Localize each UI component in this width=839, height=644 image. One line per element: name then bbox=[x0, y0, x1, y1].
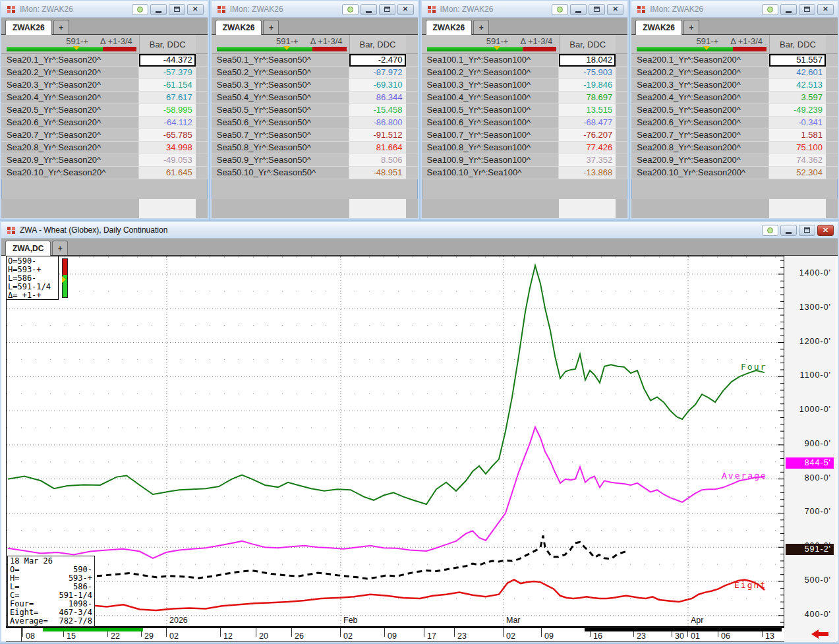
column-header-bar-ddc[interactable]: Bar, DDC bbox=[349, 35, 406, 53]
tab-zwa-dc[interactable]: ZWA,DC bbox=[5, 241, 51, 256]
row-label[interactable]: Sea20.4_Yr^:Season20^ bbox=[1, 92, 139, 104]
row-label[interactable]: Sea50.7_Yr^:Season50^ bbox=[212, 129, 349, 142]
date-axis[interactable]: 0815222902122026020917230209162330010613 bbox=[6, 627, 784, 642]
row-value[interactable]: -13.868 bbox=[559, 167, 616, 179]
row-value[interactable]: -91.512 bbox=[349, 129, 406, 142]
close-button[interactable]: ✕ bbox=[187, 4, 204, 15]
add-tab-button[interactable]: + bbox=[52, 241, 68, 255]
add-tab-button[interactable]: + bbox=[473, 20, 489, 34]
pin-button[interactable] bbox=[762, 225, 778, 236]
row-value[interactable]: -86.800 bbox=[349, 117, 406, 129]
row-label[interactable]: Sea50.5_Yr^:Season50^ bbox=[212, 104, 349, 117]
row-label[interactable]: Sea200.8_Yr^:Season200^ bbox=[631, 142, 769, 154]
row-value[interactable]: -64.112 bbox=[139, 117, 196, 129]
price-badge[interactable]: 844-5' bbox=[786, 457, 834, 469]
add-tab-button[interactable]: + bbox=[53, 20, 69, 34]
row-label[interactable]: Sea200.1_Yr^:Season200^ bbox=[631, 54, 769, 67]
row-label[interactable]: Sea200.3_Yr^:Season200^ bbox=[631, 79, 769, 92]
row-label[interactable]: Sea20.7_Yr^:Season20^ bbox=[1, 129, 139, 142]
row-value[interactable]: -69.310 bbox=[349, 79, 406, 92]
row-value[interactable]: -75.903 bbox=[559, 67, 616, 79]
row-value[interactable]: -61.154 bbox=[139, 79, 196, 92]
restore-button[interactable] bbox=[799, 225, 815, 236]
chart-window-titlebar[interactable]: ZWA - Wheat (Globex), Daily Continuation… bbox=[1, 222, 838, 239]
price-badge[interactable]: 591-2' bbox=[786, 544, 834, 555]
row-value[interactable]: 8.506 bbox=[349, 154, 406, 167]
row-value[interactable]: -0.341 bbox=[769, 117, 826, 129]
row-value[interactable]: -65.785 bbox=[139, 129, 196, 142]
row-value[interactable]: -76.207 bbox=[559, 129, 616, 142]
row-label[interactable]: Sea50.9_Yr^:Season50^ bbox=[212, 154, 349, 167]
row-value[interactable]: 75.100 bbox=[769, 142, 826, 154]
row-label[interactable]: Sea200.4_Yr^:Season200^ bbox=[631, 92, 769, 104]
row-label[interactable]: Sea100.9_Yr^:Season100^ bbox=[422, 154, 560, 167]
row-value[interactable]: 37.352 bbox=[559, 154, 616, 167]
minimize-button[interactable] bbox=[780, 4, 797, 15]
maximize-button[interactable] bbox=[589, 4, 605, 15]
row-value[interactable]: 52.304 bbox=[769, 167, 826, 179]
close-button[interactable]: ✕ bbox=[607, 4, 623, 15]
row-value[interactable]: 86.344 bbox=[349, 92, 406, 104]
row-label[interactable]: Sea100.2_Yr^:Season100^ bbox=[422, 67, 560, 79]
row-label[interactable]: Sea20.6_Yr^:Season20^ bbox=[1, 117, 139, 129]
row-label[interactable]: Sea20.10_Yr^:Season20^ bbox=[1, 167, 139, 179]
row-label[interactable]: Sea50.3_Yr^:Season50^ bbox=[212, 79, 349, 92]
row-label[interactable]: Sea50.8_Yr^:Season50^ bbox=[212, 142, 349, 154]
row-value[interactable]: -68.477 bbox=[559, 117, 616, 129]
maximize-button[interactable] bbox=[799, 4, 815, 15]
row-value[interactable]: -87.972 bbox=[349, 67, 406, 79]
tab-zwak26[interactable]: ZWAK26 bbox=[216, 20, 262, 35]
column-header-bar-ddc[interactable]: Bar, DDC bbox=[139, 35, 196, 53]
row-label[interactable]: Sea20.1_Yr^:Season20^ bbox=[1, 54, 139, 67]
row-value[interactable]: 67.617 bbox=[139, 92, 196, 104]
close-button[interactable]: ✕ bbox=[817, 225, 834, 236]
row-label[interactable]: Sea20.9_Yr^:Season20^ bbox=[1, 154, 139, 167]
row-value[interactable]: 61.645 bbox=[139, 167, 196, 179]
tab-zwak26[interactable]: ZWAK26 bbox=[635, 20, 682, 35]
row-value[interactable]: 18.042 bbox=[559, 54, 616, 67]
row-label[interactable]: Sea50.10_Yr^:Season50^ bbox=[212, 167, 349, 179]
row-value[interactable]: -58.995 bbox=[139, 104, 196, 117]
row-label[interactable]: Sea50.2_Yr^:Season50^ bbox=[212, 67, 349, 79]
row-label[interactable]: Sea200.2_Yr^:Season200^ bbox=[631, 67, 769, 79]
window-titlebar[interactable]: IMon: ZWAK26✕ bbox=[422, 1, 628, 18]
row-value[interactable]: 51.557 bbox=[769, 54, 826, 67]
price-axis[interactable]: 1400-0'1300-0'1200-0'1100-0'1000-0'900-0… bbox=[784, 256, 836, 642]
row-value[interactable]: 78.697 bbox=[559, 92, 616, 104]
row-value[interactable]: -49.053 bbox=[139, 154, 196, 167]
row-label[interactable]: Sea50.4_Yr^:Season50^ bbox=[212, 92, 349, 104]
row-label[interactable]: Sea200.10_Yr^:Season200^ bbox=[631, 167, 769, 179]
price-plot[interactable]: FourAverageEight O=590-H=593-+L=586-L=59… bbox=[6, 256, 784, 627]
row-label[interactable]: Sea20.8_Yr^:Season20^ bbox=[1, 142, 139, 154]
row-label[interactable]: Sea100.5_Yr^:Season100^ bbox=[422, 104, 560, 117]
tab-zwak26[interactable]: ZWAK26 bbox=[5, 20, 52, 35]
row-label[interactable]: Sea100.6_Yr^:Season100^ bbox=[422, 117, 560, 129]
row-label[interactable]: Sea100.1_Yr^:Season100^ bbox=[422, 54, 560, 67]
tab-zwak26[interactable]: ZWAK26 bbox=[426, 20, 473, 35]
row-value[interactable]: 3.597 bbox=[769, 92, 826, 104]
row-label[interactable]: Sea100.7_Yr^:Season100^ bbox=[422, 129, 560, 142]
pin-button[interactable] bbox=[762, 4, 778, 15]
row-value[interactable]: 81.664 bbox=[349, 142, 406, 154]
row-value[interactable]: 34.998 bbox=[139, 142, 196, 154]
row-value[interactable]: -48.951 bbox=[349, 167, 406, 179]
row-label[interactable]: Sea50.6_Yr^:Season50^ bbox=[212, 117, 349, 129]
row-label[interactable]: Sea100.3_Yr^:Season100^ bbox=[422, 79, 560, 92]
row-label[interactable]: Sea20.3_Yr^:Season20^ bbox=[1, 79, 139, 92]
maximize-button[interactable] bbox=[379, 4, 395, 15]
pin-button[interactable] bbox=[552, 4, 568, 15]
row-value[interactable]: 42.601 bbox=[769, 67, 826, 79]
row-value[interactable]: -19.846 bbox=[559, 79, 616, 92]
minimize-button[interactable] bbox=[361, 4, 377, 15]
row-value[interactable]: 74.362 bbox=[769, 154, 826, 167]
row-label[interactable]: Sea200.7_Yr^:Season200^ bbox=[631, 129, 769, 142]
window-titlebar[interactable]: IMon: ZWAK26✕ bbox=[212, 1, 418, 18]
column-header-bar-ddc[interactable]: Bar, DDC bbox=[559, 35, 616, 53]
pin-button[interactable] bbox=[132, 4, 148, 15]
row-label[interactable]: Sea20.5_Yr^:Season20^ bbox=[1, 104, 139, 117]
row-label[interactable]: Sea200.6_Yr^:Season200^ bbox=[631, 117, 769, 129]
row-value[interactable]: -2.470 bbox=[349, 54, 406, 67]
row-value[interactable]: -57.379 bbox=[139, 67, 196, 79]
row-label[interactable]: Sea100.4_Yr^:Season100^ bbox=[422, 92, 560, 104]
row-label[interactable]: Sea200.5_Yr^:Season200^ bbox=[631, 104, 769, 117]
